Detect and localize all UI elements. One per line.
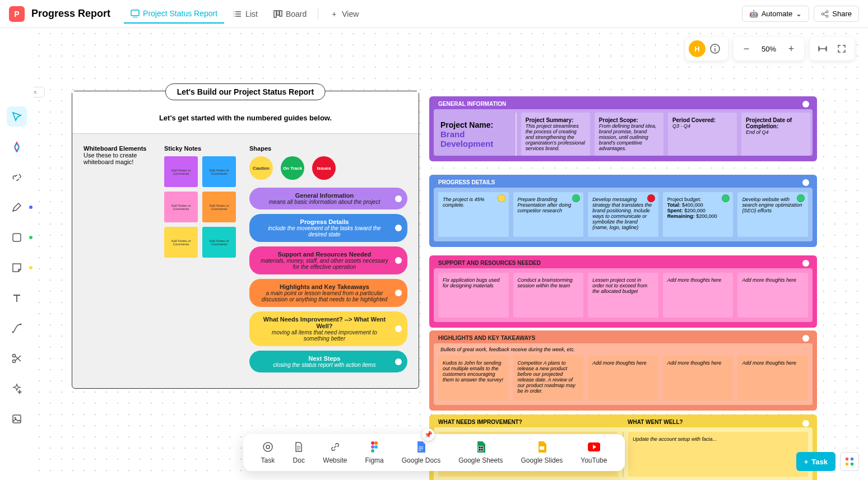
panel-highlights[interactable]: HIGHLIGHTS AND KEY TAKEAWAYS Bullets of … — [429, 330, 817, 411]
info-icon[interactable] — [705, 39, 725, 58]
section-bar[interactable]: Highlights and Key Takeawaysa main point… — [249, 279, 407, 307]
fullscreen-button[interactable] — [832, 39, 851, 58]
gdocs-icon — [415, 441, 427, 453]
zoom-out-button[interactable]: − — [737, 39, 756, 58]
left-toolbar — [0, 28, 34, 480]
dock-youtube[interactable]: YouTube — [581, 441, 607, 464]
tool-shape[interactable] — [7, 227, 27, 248]
tool-sticky[interactable] — [7, 258, 27, 278]
youtube-icon — [588, 441, 600, 453]
sticky-note[interactable]: Develop messaging strategy that translat… — [588, 192, 658, 237]
add-task-button[interactable]: +Task — [796, 452, 835, 471]
fit-width-button[interactable] — [813, 39, 832, 58]
panel-support-resources[interactable]: SUPPORT AND RESOURCES NEEDED Fix applica… — [429, 255, 817, 328]
sticky-sample[interactable]: Add Notes or Comments — [164, 192, 198, 222]
insert-dock: 📌 Task Doc Website Figma Google Docs Goo… — [243, 434, 625, 471]
dock-task[interactable]: Task — [261, 441, 275, 464]
sticky-sample[interactable]: Add Notes or Comments — [164, 227, 198, 258]
whiteboard-elements-heading: Whiteboard Elements Use these to create … — [83, 145, 151, 377]
user-avatar[interactable]: H — [689, 40, 705, 57]
board-icon — [273, 10, 282, 18]
sticky-note[interactable]: Lessen project cost in order not to exce… — [588, 273, 658, 318]
tool-image[interactable] — [7, 409, 27, 429]
zoom-level: 50% — [756, 45, 782, 53]
panel-header: SUPPORT AND RESOURCES NEEDED — [434, 258, 813, 268]
tab-project-status-report[interactable]: Project Status Report — [124, 4, 224, 24]
tab-add-view[interactable]: + View — [323, 5, 365, 23]
tab-board[interactable]: Board — [267, 5, 313, 23]
sticky-note[interactable]: Add more thoughts here — [737, 356, 808, 400]
sticky-notes-heading: Sticky Notes — [164, 145, 236, 152]
sticky-note[interactable]: Add more thoughts here — [663, 273, 734, 318]
dock-google-sheets[interactable]: Google Sheets — [458, 441, 503, 464]
sticky-note[interactable]: Develop website with search engine optim… — [737, 192, 808, 237]
sticky-note[interactable]: Kudos to John for sending out multiple e… — [438, 356, 509, 400]
link-icon — [329, 441, 341, 453]
sticky-note[interactable]: Add more thoughts here — [737, 273, 808, 318]
pin-icon[interactable]: 📌 — [422, 428, 434, 441]
svg-rect-7 — [13, 234, 21, 241]
dock-website[interactable]: Website — [323, 441, 347, 464]
sticky-sample[interactable]: Add Notes or Comments — [202, 156, 236, 187]
sticky-note[interactable]: Fix application bugs used for designing … — [438, 273, 509, 318]
automate-button[interactable]: 🤖 Automate ⌄ — [742, 6, 810, 22]
sticky-note[interactable]: Project budget:Total: $400,000Spent: $20… — [663, 192, 734, 237]
view-tabs: Project Status Report List Board + View — [124, 4, 365, 24]
sticky-sample[interactable]: Add Notes or Comments — [202, 227, 236, 258]
svg-point-19 — [374, 441, 378, 445]
sticky-note[interactable]: The project is 45% complete. — [438, 192, 509, 237]
tab-list[interactable]: List — [226, 5, 264, 23]
svg-rect-12 — [13, 415, 21, 423]
status-circle[interactable]: Issues — [312, 156, 336, 180]
sticky-sample[interactable]: Add Notes or Comments — [202, 192, 236, 222]
canvas[interactable]: H − 50% + g a ct. Let's Build our Projec… — [34, 28, 868, 480]
sticky-note[interactable]: Update the account setup with facia... — [628, 432, 808, 477]
svg-point-20 — [371, 445, 374, 449]
sticky-note[interactable]: Competitor A plans to release a new prod… — [513, 356, 584, 400]
status-circle[interactable]: On Track — [281, 156, 304, 180]
completion-date-cell: Projected Date of Completion:End of Q4 — [741, 113, 810, 156]
gsheets-icon — [475, 441, 487, 453]
tool-pen[interactable] — [7, 197, 27, 217]
dock-google-docs[interactable]: Google Docs — [402, 441, 440, 464]
sticky-note[interactable]: Add more thoughts here — [588, 356, 658, 400]
section-bar[interactable]: Progress Detailsinclude the movement of … — [249, 214, 407, 242]
zoom-in-button[interactable]: + — [782, 39, 801, 58]
share-button[interactable]: Share — [814, 6, 859, 22]
svg-point-5 — [826, 11, 828, 13]
sticky-note[interactable]: Add more thoughts here — [663, 356, 734, 400]
tool-scissors[interactable] — [7, 348, 27, 369]
status-circle[interactable]: Caution — [249, 156, 273, 180]
plus-icon: + — [329, 10, 338, 18]
dock-google-slides[interactable]: Google Slides — [521, 441, 563, 464]
apps-button[interactable] — [840, 452, 859, 471]
automate-label: Automate — [762, 10, 793, 18]
panel-progress-details[interactable]: PROGRESS DETAILS The project is 45% comp… — [429, 175, 817, 247]
app-badge: P — [9, 6, 25, 22]
section-bar[interactable]: Next Stepsclosing the status report with… — [249, 351, 407, 372]
sticky-sample[interactable]: Add Notes or Comments — [164, 156, 198, 187]
panel-general-information[interactable]: GENERAL INFORMATION Project Name: Brand … — [429, 96, 817, 161]
improvement-header: WHAT NEEDS IMPROVEMENT? — [434, 417, 623, 427]
section-bar[interactable]: What Needs Improvement? --> What Went We… — [249, 311, 407, 346]
whiteboard-icon — [131, 9, 140, 18]
svg-point-21 — [374, 445, 378, 449]
dock-doc[interactable]: Doc — [293, 441, 305, 464]
highlights-subtitle: Bullets of great work, feedback receive … — [438, 346, 808, 353]
sticky-note[interactable]: Prepare Branding Presentation after doin… — [513, 192, 584, 237]
tool-connector[interactable] — [7, 318, 27, 338]
section-bar[interactable]: Support and Resources Neededmaterials, m… — [249, 246, 407, 274]
tool-diagram[interactable] — [7, 137, 27, 157]
sticky-note[interactable]: Conduct a brainstorming session within t… — [513, 273, 584, 318]
panel-header: GENERAL INFORMATION — [434, 99, 813, 109]
instructions-panel[interactable]: Let's Build our Project Status Report Le… — [72, 91, 419, 389]
tool-link[interactable] — [7, 167, 27, 187]
tool-ai[interactable] — [7, 379, 27, 399]
chevron-down-icon: ⌄ — [796, 10, 802, 18]
tool-select[interactable] — [7, 106, 27, 127]
section-bar[interactable]: General Informationmeans all basic infor… — [249, 188, 407, 209]
dock-figma[interactable]: Figma — [365, 441, 383, 464]
svg-point-6 — [826, 15, 828, 17]
tool-text[interactable] — [7, 288, 27, 308]
svg-rect-1 — [274, 11, 276, 17]
